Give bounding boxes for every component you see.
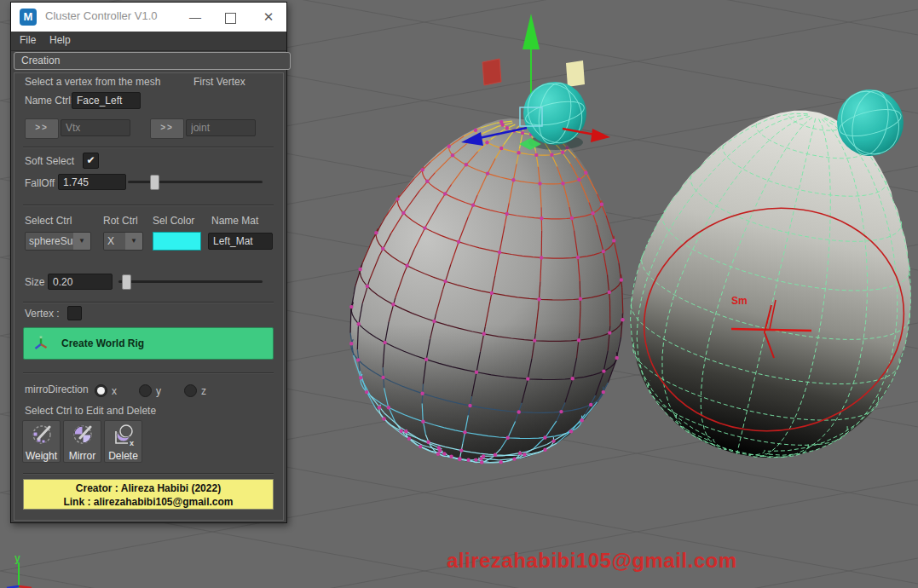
link-line: Link : alirezahabibi105@gmail.com: [24, 495, 273, 509]
create-world-rig-button[interactable]: Create World Rig: [23, 327, 274, 360]
size-slider-handle[interactable]: [122, 274, 131, 290]
chevron-down-icon: ▼: [73, 233, 90, 250]
rot-ctrl-value: X: [104, 233, 125, 250]
rot-ctrl-dropdown[interactable]: X ▼: [103, 232, 143, 251]
delete-button-label: Delete: [105, 450, 141, 462]
right-egg-mesh[interactable]: [631, 111, 911, 458]
separator: [23, 473, 274, 475]
axis-tripod-icon: [32, 335, 49, 352]
mirror-z-label: z: [201, 385, 206, 397]
checkmark-icon: ✔: [86, 154, 95, 166]
name-ctrl-input[interactable]: [72, 92, 141, 109]
maximize-button[interactable]: [217, 3, 243, 32]
view-axis-gizmo: [7, 562, 32, 588]
left-egg-mesh[interactable]: [349, 118, 625, 464]
size-input[interactable]: [48, 274, 113, 290]
menu-help[interactable]: Help: [49, 34, 71, 46]
creator-banner: Creator : Alireza Habibi (2022) Link : a…: [23, 479, 274, 510]
chevron-down-icon: ▼: [125, 233, 142, 250]
weight-button-label: Weight: [23, 450, 60, 462]
select-ctrl-dropdown[interactable]: sphereSurf ▼: [25, 232, 91, 251]
sel-color-swatch[interactable]: [153, 232, 201, 251]
vertex-label: Vertex :: [25, 308, 60, 320]
delete-cluster-icon: x: [111, 423, 136, 448]
smooth-shade-label: Sm: [731, 295, 748, 307]
name-mat-label: Name Mat: [211, 215, 258, 227]
joint-field[interactable]: [186, 119, 256, 136]
falloff-input[interactable]: [58, 174, 126, 190]
falloff-slider-handle[interactable]: [150, 175, 159, 190]
cluster-controller-window: M Cluster Controller V1.0 — ✕ File Help …: [10, 2, 287, 523]
title-bar[interactable]: M Cluster Controller V1.0 — ✕: [11, 3, 286, 32]
transfer-joint-button[interactable]: >>: [150, 118, 184, 139]
mirror-z-radio[interactable]: [184, 384, 197, 397]
mirror-x-radio[interactable]: [95, 384, 107, 397]
mirror-x-label: x: [112, 385, 117, 397]
delete-button[interactable]: x Delete: [104, 420, 142, 463]
watermark-text: alirezahabibi105@gmail.com: [447, 549, 737, 573]
vertex-checkbox[interactable]: [67, 306, 82, 320]
sel-color-label: Sel Color: [153, 215, 194, 227]
mirror-button-label: Mirror: [64, 450, 101, 462]
axis-y-label: y: [14, 552, 20, 564]
select-vertex-label: Select a vertex from the mesh: [25, 76, 160, 88]
select-ctrl-label: Select Ctrl: [25, 215, 72, 227]
edit-delete-label: Select Ctrl to Edit and Delete: [25, 405, 156, 417]
separator: [23, 205, 274, 206]
falloff-label: FallOff: [25, 177, 55, 189]
svg-text:x: x: [130, 439, 134, 447]
mirror-button[interactable]: Mirror: [63, 420, 101, 463]
transfer-vtx-button[interactable]: >>: [25, 118, 59, 139]
size-label: Size: [25, 276, 44, 288]
mirror-weights-icon: [70, 423, 95, 448]
window-title: Cluster Controller V1.0: [45, 9, 158, 22]
select-ctrl-value: sphereSurf: [26, 233, 73, 250]
falloff-slider[interactable]: [128, 181, 263, 183]
weight-button[interactable]: Weight: [22, 420, 61, 463]
maya-app-icon: M: [20, 9, 37, 26]
mirror-y-radio[interactable]: [139, 384, 152, 397]
mirror-y-label: y: [156, 385, 161, 397]
name-mat-input[interactable]: [208, 233, 273, 250]
paint-weights-icon: [29, 423, 55, 448]
menu-bar: File Help: [11, 32, 286, 51]
creator-line: Creator : Alireza Habibi (2022): [24, 481, 273, 495]
maya-viewport-stage: alirezahabibi105@gmail.com Sm y M Cluste…: [0, 0, 918, 588]
soft-select-label: Soft Select: [25, 155, 74, 167]
maximize-icon: [225, 13, 236, 24]
soft-select-checkbox[interactable]: ✔: [83, 153, 99, 169]
separator: [23, 147, 274, 148]
rot-ctrl-label: Rot Ctrl: [103, 215, 138, 227]
creation-frame-header[interactable]: Creation: [14, 52, 291, 70]
menu-file[interactable]: File: [20, 34, 36, 46]
create-world-rig-label: Create World Rig: [61, 337, 144, 349]
vtx-field[interactable]: [61, 119, 130, 136]
minimize-button[interactable]: —: [182, 3, 208, 32]
separator: [23, 302, 274, 303]
first-vertex-label: First Vertex: [193, 76, 245, 88]
name-ctrl-label: Name Ctrl:: [25, 95, 73, 107]
size-slider[interactable]: [118, 280, 263, 283]
separator: [23, 372, 274, 374]
close-button[interactable]: ✕: [256, 3, 281, 32]
mirro-direction-label: mirroDirection: [25, 383, 89, 395]
